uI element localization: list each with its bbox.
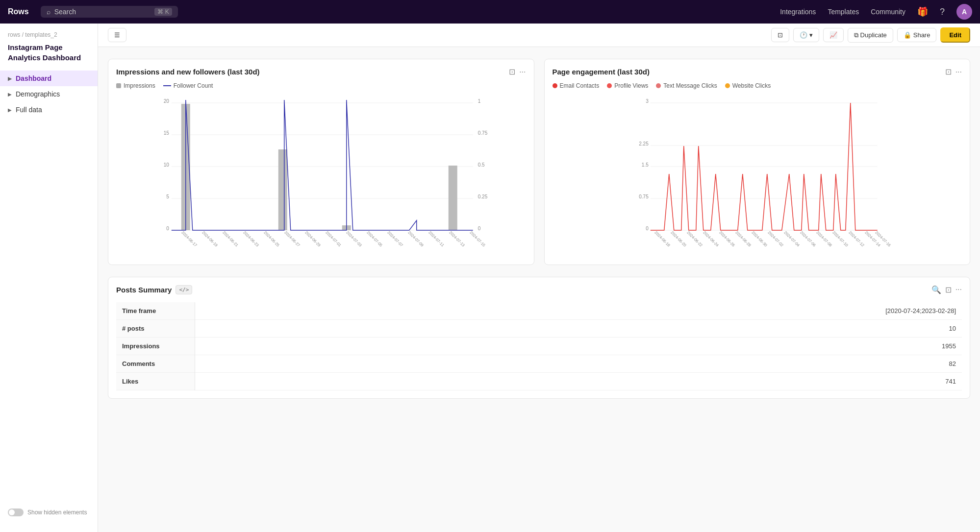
share-label: Share xyxy=(913,31,930,39)
follower-line xyxy=(172,100,473,230)
legend-impressions-color xyxy=(116,83,121,88)
svg-text:2024-07-02: 2024-07-02 xyxy=(767,230,784,248)
chart-more-icon[interactable]: ··· xyxy=(519,68,526,76)
engagement-more-icon[interactable]: ··· xyxy=(955,68,962,76)
legend-impressions-label: Impressions xyxy=(124,82,155,89)
help-icon[interactable]: ? xyxy=(940,7,945,17)
svg-text:2024-06-25: 2024-06-25 xyxy=(263,230,280,248)
impressions-label: Impressions xyxy=(116,338,195,355)
duplicate-label: Duplicate xyxy=(860,31,887,39)
chevron-right-icon: ▶ xyxy=(8,92,12,97)
legend-follower-color xyxy=(163,85,171,86)
legend-website-color xyxy=(725,83,730,88)
bar-2 xyxy=(278,149,287,230)
legend-profile-views: Profile Views xyxy=(607,82,648,89)
svg-text:2024-06-21: 2024-06-21 xyxy=(222,230,239,248)
posts-title-group: Posts Summary </> xyxy=(116,285,192,294)
svg-text:0: 0 xyxy=(478,226,481,231)
edit-button[interactable]: Edit xyxy=(940,27,970,43)
chart-expand-icon[interactable]: ⊡ xyxy=(509,67,515,76)
legend-email: Email Contacts xyxy=(553,82,600,89)
comments-value: 82 xyxy=(195,355,962,373)
legend-profile-color xyxy=(607,83,612,88)
legend-text-clicks: Text Message Clicks xyxy=(656,82,717,89)
svg-text:2024-07-12: 2024-07-12 xyxy=(848,230,865,248)
engagement-expand-icon[interactable]: ⊡ xyxy=(945,67,952,76)
svg-text:2024-07-06: 2024-07-06 xyxy=(799,230,817,248)
engagement-chart-panel: Page engagement (last 30d) ⊡ ··· Email C… xyxy=(544,59,971,265)
history-button[interactable]: 🕐 ▾ xyxy=(793,28,819,42)
posts-search-icon[interactable]: 🔍 xyxy=(931,285,941,294)
legend-text-color xyxy=(656,83,661,88)
svg-text:2024-06-22: 2024-06-22 xyxy=(686,230,704,248)
engagement-chart-header: Page engagement (last 30d) ⊡ ··· xyxy=(553,67,962,76)
impressions-chart-actions: ⊡ ··· xyxy=(509,67,526,76)
sidebar-item-demographics[interactable]: ▶ Demographics xyxy=(0,86,98,102)
chart-button[interactable]: 📈 xyxy=(823,28,844,42)
sidebar-title: Instagram Page Analytics Dashboard xyxy=(0,42,98,71)
sidebar-item-dashboard[interactable]: ▶ Dashboard xyxy=(0,71,98,86)
posts-more-icon[interactable]: ··· xyxy=(955,285,962,294)
posts-summary-header: Posts Summary </> 🔍 ⊡ ··· xyxy=(116,285,962,294)
legend-text-label: Text Message Clicks xyxy=(663,82,717,89)
impressions-chart-header: Impressions and new followers (last 30d)… xyxy=(116,67,526,76)
svg-text:2024-06-17: 2024-06-17 xyxy=(180,230,198,248)
engagement-svg: 3 2.25 1.5 0.75 0 xyxy=(553,93,962,255)
svg-text:2024-06-24: 2024-06-24 xyxy=(702,230,720,248)
x-axis-labels: 2024-06-17 2024-06-19 2024-06-21 2024-06… xyxy=(180,230,486,248)
show-hidden-toggle[interactable] xyxy=(8,508,24,516)
chevron-right-icon: ▶ xyxy=(8,107,12,113)
impressions-value: 1955 xyxy=(195,338,962,355)
impressions-chart-legend: Impressions Follower Count xyxy=(116,82,526,89)
chevron-right-icon: ▶ xyxy=(8,76,12,81)
gift-icon[interactable]: 🎁 xyxy=(917,6,928,17)
legend-website-label: Website Clicks xyxy=(732,82,771,89)
posts-summary-title: Posts Summary xyxy=(116,286,172,294)
svg-text:0: 0 xyxy=(646,226,649,231)
svg-text:10: 10 xyxy=(164,162,170,168)
svg-text:0.75: 0.75 xyxy=(478,130,488,136)
svg-text:2024-07-15: 2024-07-15 xyxy=(469,230,486,248)
search-shortcut: ⌘ K xyxy=(154,8,172,16)
svg-text:2024-06-19: 2024-06-19 xyxy=(201,230,219,248)
impressions-svg: 20 15 10 5 0 1 0.75 0.5 0.25 0 xyxy=(116,93,526,255)
sidebar-item-demographics-label: Demographics xyxy=(16,90,60,98)
search-bar[interactable]: ⌕ Search ⌘ K xyxy=(41,6,178,18)
svg-text:2024-07-05: 2024-07-05 xyxy=(366,230,383,248)
templates-link[interactable]: Templates xyxy=(828,8,859,16)
svg-text:2024-06-30: 2024-06-30 xyxy=(751,230,768,248)
search-label: Search xyxy=(54,8,76,16)
top-navigation: Rows ⌕ Search ⌘ K Integrations Templates… xyxy=(0,0,980,24)
main-toolbar: ☰ ⊡ 🕐 ▾ 📈 ⧉ Duplicate 🔒 Share Edit xyxy=(98,24,980,47)
engagement-chart-legend: Email Contacts Profile Views Text Messag… xyxy=(553,82,962,89)
posts-view-icon[interactable]: ⊡ xyxy=(945,285,952,294)
likes-value: 741 xyxy=(195,373,962,390)
engagement-x-labels: 2024-06-18 2024-06-20 2024-06-22 2024-06… xyxy=(653,230,892,248)
avatar[interactable]: A xyxy=(956,4,972,20)
svg-text:2024-06-26: 2024-06-26 xyxy=(718,230,736,248)
svg-text:5: 5 xyxy=(166,194,169,199)
table-row: Likes 741 xyxy=(116,373,962,390)
sidebar-toggle-button[interactable]: ☰ xyxy=(108,28,126,42)
posts-summary-table: Time frame [2020-07-24;2023-02-28] # pos… xyxy=(116,302,962,390)
view-mode-button[interactable]: ⊡ xyxy=(771,28,789,42)
integrations-link[interactable]: Integrations xyxy=(780,8,816,16)
posts-code-badge[interactable]: </> xyxy=(176,285,192,294)
sidebar-item-fulldata[interactable]: ▶ Full data xyxy=(0,102,98,118)
sidebar: rows / templates_2 Instagram Page Analyt… xyxy=(0,24,98,532)
svg-text:2024-06-29: 2024-06-29 xyxy=(304,230,322,248)
duplicate-button[interactable]: ⧉ Duplicate xyxy=(848,28,893,43)
timeframe-value: [2020-07-24;2023-02-28] xyxy=(195,302,962,320)
charts-row: Impressions and new followers (last 30d)… xyxy=(108,59,970,265)
community-link[interactable]: Community xyxy=(871,8,905,16)
svg-text:2024-06-27: 2024-06-27 xyxy=(283,230,301,248)
svg-text:0.25: 0.25 xyxy=(478,194,488,199)
share-button[interactable]: 🔒 Share xyxy=(897,28,937,42)
svg-text:2024-07-01: 2024-07-01 xyxy=(325,230,342,248)
legend-profile-label: Profile Views xyxy=(614,82,648,89)
svg-text:0: 0 xyxy=(166,226,169,231)
posts-actions: 🔍 ⊡ ··· xyxy=(931,285,962,294)
svg-text:2024-06-18: 2024-06-18 xyxy=(653,230,671,248)
search-icon: ⌕ xyxy=(47,8,50,16)
svg-text:2024-06-20: 2024-06-20 xyxy=(670,230,687,248)
